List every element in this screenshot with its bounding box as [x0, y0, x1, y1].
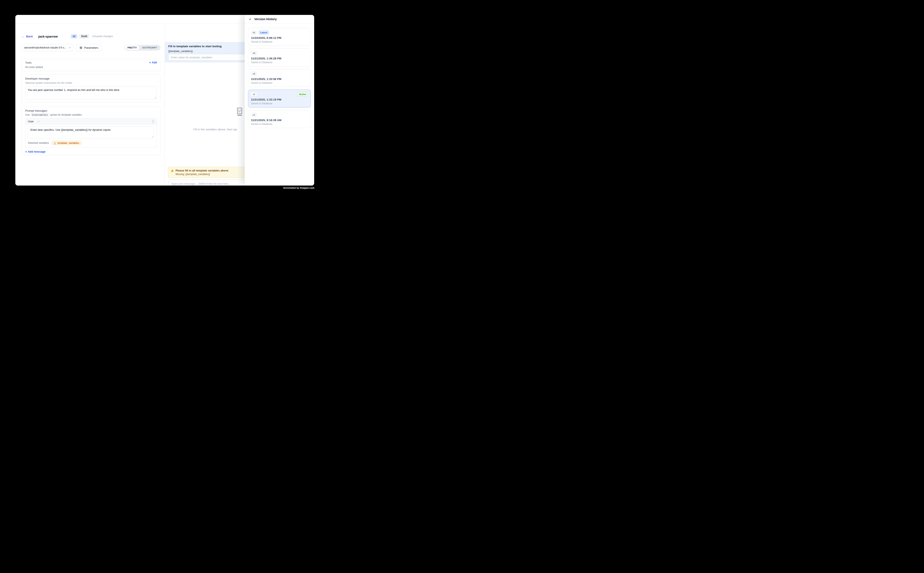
parameters-label: Parameters	[84, 46, 98, 49]
role-selector-value: User	[28, 120, 34, 123]
editor-controls-row: aws/anthropic/bedrock-claude-3-5-s...	[22, 44, 160, 51]
version-chip: v1	[251, 113, 257, 117]
role-selector[interactable]: User	[28, 120, 40, 123]
add-message-button[interactable]: + Add message	[25, 150, 157, 153]
detected-variable-name: template_variables	[58, 142, 79, 144]
version-timestamp: 11/21/2025, 9:16:39 AM	[251, 119, 308, 122]
version-history-title: Version History	[254, 17, 276, 21]
latest-badge: Latest	[259, 30, 269, 34]
detected-variable-chip[interactable]: template_variables	[52, 141, 82, 145]
tools-title: Tools	[25, 61, 31, 64]
add-tool-label: Add	[152, 61, 157, 64]
robot-icon	[236, 108, 243, 116]
pencil-icon	[54, 142, 56, 144]
model-selector-value: aws/anthropic/bedrock-claude-3-5-s...	[24, 46, 66, 49]
prompt-message-input[interactable]: Enter task specifics. Use {{template_var…	[28, 126, 154, 139]
version-timestamp: 11/21/2025, 1:33:56 PM	[251, 77, 308, 81]
plus-icon: +	[25, 150, 27, 153]
add-tool-button[interactable]: + Add	[149, 61, 157, 64]
version-history-header: × Version History	[245, 15, 314, 23]
version-storage: Saved to Database	[251, 81, 308, 85]
version-timestamp: 11/21/2025, 1:33:19 PM	[251, 98, 308, 101]
prompt-messages-title: Prompt messages	[25, 109, 157, 112]
version-chip: v4	[251, 51, 257, 55]
prompt-message-body: Enter task specifics. Use {{template_var…	[25, 124, 157, 147]
tools-card: Tools + Add No tools added	[22, 59, 160, 71]
developer-message-subtitle: Optional system instructions for the mod…	[25, 81, 157, 85]
version-history-list: v5 Latest 11/22/2025, 6:08:12 PM Saved t…	[245, 23, 314, 128]
developer-message-title: Developer message	[25, 77, 157, 80]
tools-empty-text: No tools added	[25, 66, 157, 69]
prompt-messages-card: Prompt messages Use {{variable}} syntax …	[22, 106, 160, 155]
drag-handle-icon[interactable]	[152, 120, 154, 123]
warning-title: Please fill in all template variables ab…	[176, 169, 228, 172]
plus-icon: +	[149, 61, 151, 64]
version-badge: v2	[71, 34, 77, 38]
version-timestamp: 11/21/2025, 1:36:28 PM	[251, 57, 308, 60]
warning-icon	[171, 169, 174, 172]
prompt-title: jack-sparrow	[38, 34, 58, 38]
version-chip: v5	[251, 30, 257, 34]
back-button[interactable]: ← Back	[22, 35, 33, 38]
back-label: Back	[26, 35, 33, 38]
tools-header: Tools + Add	[25, 61, 157, 64]
watermark-text: Screenshot by Xnapper.com	[283, 186, 314, 189]
model-selector[interactable]: aws/anthropic/bedrock-claude-3-5-s...	[22, 44, 73, 51]
chevron-down-icon	[69, 47, 71, 48]
back-arrow-icon: ←	[22, 35, 25, 38]
version-history-panel: × Version History v5 Latest 11/22/2025, …	[245, 15, 314, 186]
gear-icon	[79, 46, 83, 49]
unsaved-changes-text: Unsaved changes	[92, 35, 113, 38]
prompt-messages-hint: Use {{variable}} syntax for template var…	[25, 113, 157, 116]
version-card-v4[interactable]: v4 11/21/2025, 1:36:28 PM Saved to Datab…	[248, 49, 311, 66]
version-storage: Saved to Database	[251, 102, 308, 105]
detected-variables-label: Detected variables:	[28, 141, 50, 144]
version-card-v1[interactable]: v1 11/21/2025, 9:16:39 AM Saved to Datab…	[248, 110, 311, 128]
detected-variables-row: Detected variables: template_variables	[28, 141, 154, 145]
prompt-editor-column: ← Back jack-sparrow v2 Draft Unsaved cha…	[15, 23, 165, 186]
version-card-v2[interactable]: v2 Active 11/21/2025, 1:33:19 PM Saved t…	[248, 89, 311, 108]
parameters-button[interactable]: Parameters	[76, 44, 102, 51]
toggle-pretty[interactable]: PRETTY	[125, 45, 140, 50]
draft-badge: Draft	[79, 34, 89, 38]
chat-empty-text: Fill in the variables above, then typ	[193, 128, 237, 131]
version-timestamp: 11/22/2025, 6:08:12 PM	[251, 36, 308, 39]
prompt-message-header: User	[25, 119, 157, 124]
chevron-down-icon	[38, 121, 40, 122]
resize-grip-icon[interactable]	[154, 97, 156, 99]
version-storage: Saved to Database	[251, 61, 308, 64]
version-chip: v3	[251, 72, 257, 76]
variable-syntax-chip: {{variable}}	[31, 113, 49, 116]
developer-message-input[interactable]: You are jack sparrow number 1, respond a…	[25, 86, 157, 100]
version-card-v3[interactable]: v3 11/21/2025, 1:33:56 PM Saved to Datab…	[248, 69, 311, 87]
app-window: ← Back jack-sparrow v2 Draft Unsaved cha…	[15, 15, 314, 186]
hint-suffix: syntax for template variables	[50, 113, 82, 116]
editor-title-row: ← Back jack-sparrow v2 Draft Unsaved cha…	[22, 34, 160, 39]
format-toggle: PRETTY DOTPROMPT	[124, 45, 160, 50]
version-storage: Saved to Database	[251, 40, 308, 43]
close-icon[interactable]: ×	[249, 17, 251, 21]
add-message-label: Add message	[28, 150, 45, 153]
version-chip: v2	[251, 92, 257, 96]
version-card-v5[interactable]: v5 Latest 11/22/2025, 6:08:12 PM Saved t…	[248, 28, 311, 46]
version-storage: Saved to Database	[251, 122, 308, 125]
prompt-message-block: User	[25, 118, 157, 147]
hint-prefix: Use	[25, 113, 30, 116]
screenshot-stage: ← Back jack-sparrow v2 Draft Unsaved cha…	[0, 0, 328, 203]
developer-message-card: Developer message Optional system instru…	[22, 75, 160, 102]
toggle-dotprompt[interactable]: DOTPROMPT	[140, 45, 160, 50]
resize-grip-icon[interactable]	[151, 136, 153, 138]
active-badge: Active	[297, 92, 308, 96]
